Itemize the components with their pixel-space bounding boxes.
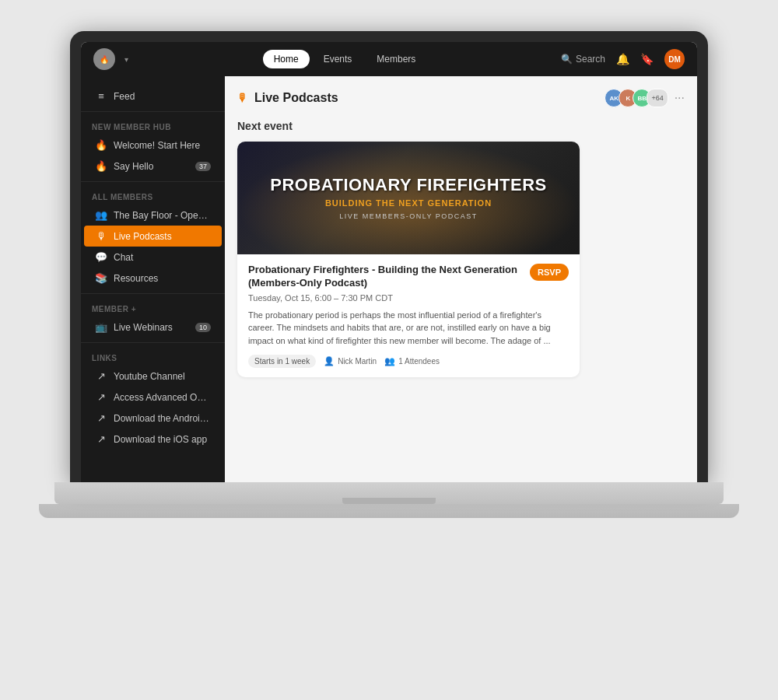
event-footer: Starts in 1 week 👤 Nick Martin 👥 1 Atten… [248,355,569,368]
advanced-online-icon: ↗ [95,391,107,403]
sidebar: ≡ Feed NEW MEMBER HUB 🔥 Welcome! Start H… [81,76,225,482]
sidebar-item-resources[interactable]: 📚 Resources [84,268,222,289]
tab-events[interactable]: Events [313,50,363,68]
sidebar-section-links: Links ↗ Youtube Channel ↗ Access Advance… [81,348,225,450]
welcome-label: Welcome! Start Here [114,140,211,151]
sidebar-item-say-hello[interactable]: 🔥 Say Hello 37 [84,156,222,177]
event-host-label: Nick Martin [338,357,377,366]
page-content: 🎙 Live Podcasts AK K BB +64 ··· [225,76,697,482]
event-host-meta: 👤 Nick Martin [324,356,377,366]
event-attendees-meta: 👥 1 Attendees [384,356,440,366]
sidebar-item-feed[interactable]: ≡ Feed [84,86,222,107]
welcome-icon: 🔥 [95,139,107,151]
event-image-main-text: PROBATIONARY FIREFIGHTERS [270,176,547,194]
sidebar-section-member-plus: Member + 📺 Live Webinars 10 [81,299,225,338]
laptop-base [54,482,724,504]
sidebar-divider-3 [81,293,225,294]
event-title: Probationary Firefighters - Building the… [248,264,524,290]
event-card: PROBATIONARY FIREFIGHTERS BUILDING THE N… [237,142,580,377]
nav-right-controls: 🔍 Search 🔔 🔖 DM [561,49,685,69]
channel-title-icon: 🎙 [237,92,248,104]
live-podcasts-icon: 🎙 [95,230,107,242]
youtube-label: Youtube Channel [114,371,211,382]
section-header-member-plus: Member + [81,299,225,317]
bay-floor-label: The Bay Floor - Open Dis... [114,210,211,221]
event-image-sub-text: BUILDING THE NEXT GENERATION [325,198,492,208]
sidebar-item-youtube[interactable]: ↗ Youtube Channel [84,366,222,387]
say-hello-icon: 🔥 [95,160,107,172]
app-logo: 🔥 [93,48,115,70]
advanced-online-label: Access Advanced Onlin... [114,392,211,403]
live-webinars-label: Live Webinars [114,322,189,333]
search-icon: 🔍 [561,54,573,65]
sidebar-item-welcome[interactable]: 🔥 Welcome! Start Here [84,135,222,156]
rsvp-button[interactable]: RSVP [530,264,569,281]
channel-header-right: AK K BB +64 ··· [605,89,685,107]
chat-label: Chat [114,252,211,263]
more-options-button[interactable]: ··· [675,91,685,105]
bay-floor-icon: 👥 [95,209,107,221]
event-attendees-label: 1 Attendees [398,357,440,366]
event-body: Probationary Firefighters - Building the… [237,254,580,377]
section-header-links: Links [81,348,225,366]
event-description: The probationary period is perhaps the m… [248,309,569,348]
event-image: PROBATIONARY FIREFIGHTERS BUILDING THE N… [237,142,580,254]
content-section-title: Next event [237,120,685,132]
tab-home[interactable]: Home [263,50,310,68]
ios-label: Download the iOS app [114,434,211,445]
channel-title-text: Live Podcasts [254,91,338,105]
channel-header: 🎙 Live Podcasts AK K BB +64 ··· [237,89,685,107]
sidebar-item-advanced-online[interactable]: ↗ Access Advanced Onlin... [84,387,222,408]
avatar-count: +64 [647,89,668,107]
host-icon: 👤 [324,356,335,366]
sidebar-item-live-podcasts[interactable]: 🎙 Live Podcasts [84,226,222,247]
avatar-group: AK K BB +64 [605,89,668,107]
event-title-row: Probationary Firefighters - Building the… [248,264,569,290]
main-content: ≡ Feed NEW MEMBER HUB 🔥 Welcome! Start H… [81,76,697,482]
laptop-bottom [39,504,739,518]
event-image-tag-text: LIVE MEMBERS-ONLY PODCAST [339,212,478,220]
user-avatar[interactable]: DM [664,49,685,69]
event-starts-tag: Starts in 1 week [248,355,316,368]
live-webinars-icon: 📺 [95,321,107,333]
android-link-icon: ↗ [95,412,107,424]
section-header-all-members: All Members [81,187,225,205]
event-date: Tuesday, Oct 15, 6:00 – 7:30 PM CDT [248,293,569,303]
resources-icon: 📚 [95,272,107,284]
say-hello-badge: 37 [195,162,211,171]
resources-label: Resources [114,273,211,284]
feed-icon: ≡ [95,90,107,102]
sidebar-item-ios[interactable]: ↗ Download the iOS app [84,429,222,450]
feed-label: Feed [114,91,211,102]
channel-title: 🎙 Live Podcasts [237,91,338,105]
logo-chevron: ▾ [124,55,128,64]
bookmarks-icon[interactable]: 🔖 [640,53,654,65]
live-podcasts-label: Live Podcasts [114,231,211,242]
top-navigation: 🔥 ▾ Home Events Members 🔍 Search 🔔 🔖 [81,42,697,76]
sidebar-item-chat[interactable]: 💬 Chat [84,247,222,268]
sidebar-item-bay-floor[interactable]: 👥 The Bay Floor - Open Dis... [84,205,222,226]
youtube-link-icon: ↗ [95,370,107,382]
sidebar-divider-4 [81,342,225,343]
tab-members[interactable]: Members [366,50,426,68]
section-header-new-member: NEW MEMBER HUB [81,117,225,135]
say-hello-label: Say Hello [114,161,189,172]
nav-tabs: Home Events Members [138,50,552,68]
ios-link-icon: ↗ [95,433,107,445]
sidebar-section-new-member-hub: NEW MEMBER HUB 🔥 Welcome! Start Here 🔥 S… [81,117,225,177]
sidebar-section-all-members: All Members 👥 The Bay Floor - Open Dis..… [81,187,225,289]
attendees-icon: 👥 [384,356,395,366]
sidebar-item-live-webinars[interactable]: 📺 Live Webinars 10 [84,317,222,338]
search-button[interactable]: 🔍 Search [561,54,605,65]
sidebar-divider-1 [81,111,225,112]
live-webinars-badge: 10 [195,323,211,332]
search-label: Search [576,54,605,65]
android-label: Download the Android a... [114,413,211,424]
notifications-icon[interactable]: 🔔 [616,53,629,65]
sidebar-item-android[interactable]: ↗ Download the Android a... [84,408,222,429]
chat-icon: 💬 [95,251,107,263]
sidebar-divider-2 [81,181,225,182]
